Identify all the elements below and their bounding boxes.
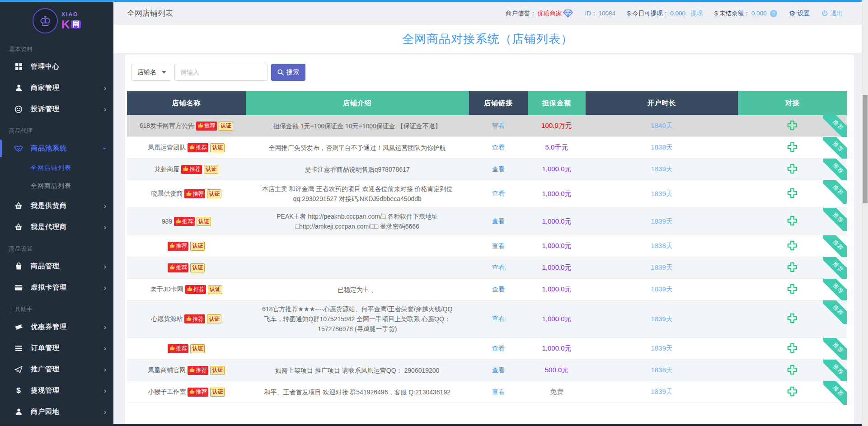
shop-intro-cell [246,338,469,359]
view-link[interactable]: 查看 [492,190,505,198]
connect-button[interactable] [786,163,798,176]
shop-link-cell: 查看 [469,279,528,300]
chevron-right-icon: › [104,202,106,210]
menu-section-label: 商品设置 [0,238,113,256]
connect-button[interactable] [786,385,798,399]
view-link[interactable]: 查看 [492,345,505,353]
shop-intro-cell: 已稳定为主 、 [246,279,469,300]
list-icon [14,345,23,351]
account-age-cell: 1840天 [586,115,738,136]
view-link[interactable]: 查看 [492,242,505,250]
connect-button[interactable] [786,119,798,133]
withdraw-link[interactable]: 提现 [690,9,703,18]
chevron-right-icon: › [104,408,106,416]
sidebar-item[interactable]: $提现管理› [0,380,113,401]
connect-plus-icon [786,342,798,356]
withdrawable-value: 0.000 [670,10,685,17]
shop-name-cell: 凤凰商铺官网推荐认证 [127,360,246,381]
view-link[interactable]: 查看 [492,315,505,323]
account-age-cell: 1839天 [586,338,738,359]
connect-button[interactable] [786,364,798,377]
sidebar-item[interactable]: 商家管理› [0,77,113,98]
connect-button[interactable] [786,215,798,228]
sidebar-subitem[interactable]: 全网商品列表 [0,177,113,195]
logo-k-text: K [61,19,70,30]
connect-button[interactable] [786,187,798,201]
view-link[interactable]: 查看 [492,122,505,130]
withdrawable-label: $ 今日可提现： [627,9,669,18]
guarantee-amount: 100.0万元 [541,122,572,130]
help-icon[interactable]: ? [770,10,777,17]
settings-button[interactable]: ⚙ 设置 [789,9,810,18]
view-link[interactable]: 查看 [492,144,505,152]
guarantee-amount-cell: 100.0万元 [528,115,585,136]
connect-button[interactable] [786,342,798,356]
chevron-right-icon: › [104,387,106,394]
view-link[interactable]: 查看 [492,388,505,396]
sidebar-item[interactable]: 商品池系统› [0,138,113,159]
account-age: 1839天 [651,217,672,226]
view-link[interactable]: 查看 [492,217,505,225]
view-link[interactable]: 查看 [492,264,505,272]
chevron-right-icon: › [104,84,106,92]
connect-button[interactable] [786,141,798,154]
guarantee-amount: 5.0千元 [545,143,568,152]
table-row: 小猴子工作室推荐认证和平、王者首发项目 欢迎对接 群541926496，客服 Q… [127,381,847,403]
connect-button[interactable] [786,261,798,275]
sidebar-item[interactable]: 推广管理› [0,359,113,380]
sidebar-item[interactable]: 商品管理› [0,256,113,277]
search-input[interactable] [174,64,268,81]
chevron-right-icon: › [104,284,106,291]
shop-name: 心愿货源站 [151,315,183,323]
shop-intro-cell: 618官方推荐★★★----心愿货源站、何平金鹰/王者荣誉/穿越火线/QQ飞车，… [246,300,469,337]
recommend-badge: 推荐 [168,242,188,251]
sidebar-item[interactable]: 虚拟卡管理› [0,277,113,298]
account-age: 1839天 [651,190,672,198]
sidebar-item[interactable]: 我是供货商› [0,195,113,216]
shop-link-cell: 查看 [469,137,528,158]
shop-link-cell: 查看 [469,235,528,257]
guarantee-amount: 1,000.0元 [542,263,571,272]
sidebar-subitem[interactable]: 全网店铺列表 [0,159,113,177]
sidebar-item-label: 商品池系统 [31,144,67,153]
sidebar-item[interactable]: 优惠券管理› [0,316,113,337]
connect-plus-icon [786,119,798,133]
merchant-id: ID： 10084 [585,9,615,18]
shop-intro-cell: 全网推广免费发布，否则平台不予通过！凤凰运营团队为你护航 [246,137,469,158]
ticket-icon [14,323,23,331]
scrollbar-thumb[interactable] [863,95,868,203]
shop-intro-cell: 本店主卖 和评金鹰 王者农药的项目 欢迎各位前来对接 价格肯定到位 qq:293… [246,180,469,207]
shop-name-cell: 龙虾商厦推荐认证 [127,159,246,180]
recommend-badge: 推荐 [184,314,205,323]
sidebar-item[interactable]: 投诉管理› [0,98,113,120]
view-link[interactable]: 查看 [492,286,505,294]
king-logo-icon: ♔ [33,8,58,33]
logout-button[interactable]: 退出 [821,9,843,18]
column-header: 担保金额 [528,91,585,115]
view-link[interactable]: 查看 [492,165,505,173]
connect-plus-icon [786,239,798,253]
system-title: 全网商品对接系统（店铺列表） [402,31,573,47]
sidebar-item[interactable]: 管理中心 [0,56,113,77]
certified-badge: 认证 [207,314,221,323]
sidebar-item[interactable]: 订单管理› [0,337,113,359]
guarantee-amount-cell: 5.0千元 [528,137,585,158]
sidebar-item[interactable]: 我是代理商› [0,216,113,238]
table-row: 心愿货源站推荐认证618官方推荐★★★----心愿货源站、何平金鹰/王者荣誉/穿… [127,300,847,338]
guarantee-amount: 1,000.0元 [542,242,571,250]
thumb-up-icon [169,264,175,271]
shop-name-cell: 心愿货源站推荐认证 [127,300,246,337]
connect-button[interactable] [786,312,798,326]
connect-button[interactable] [786,283,798,296]
sidebar-item[interactable]: 商户园地› [0,401,113,422]
shop-intro-cell: 和平、王者首发项目 欢迎对接 群541926496，客服 Q:213043619… [246,381,469,403]
shop-link-cell: 查看 [469,208,528,235]
view-link[interactable]: 查看 [492,366,505,375]
search-field-select[interactable]: 店铺名 [131,64,171,81]
thumb-up-icon [198,122,203,129]
search-button[interactable]: 搜索 [271,64,305,81]
search-button-label: 搜索 [286,68,299,76]
connect-button[interactable] [786,239,798,253]
vertical-scrollbar[interactable] [862,0,868,426]
guarantee-amount-cell: 1,000.0元 [528,159,585,180]
